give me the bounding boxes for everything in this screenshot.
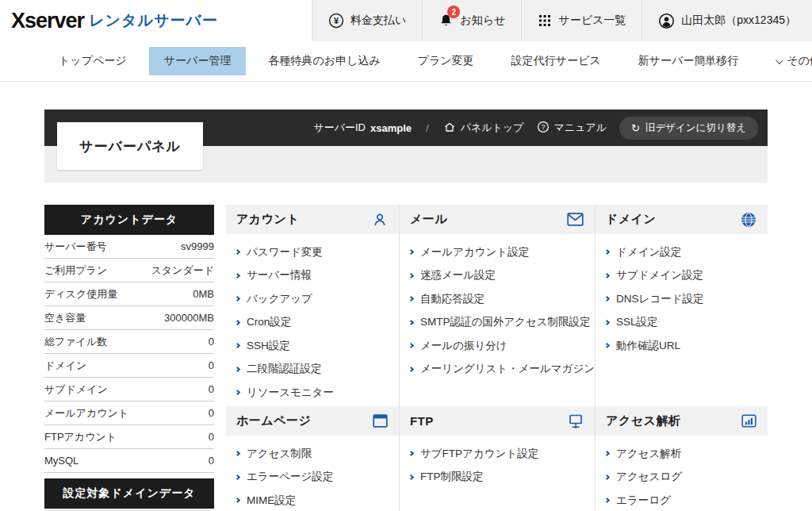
section-link[interactable]: メーリングリスト・メールマガジン <box>409 358 595 382</box>
section-link[interactable]: SMTP認証の国外アクセス制限設定 <box>409 311 595 335</box>
section-link[interactable]: アクセス解析 <box>605 442 768 466</box>
nav-label: その他の機能 <box>787 54 812 68</box>
chevron-right-icon <box>604 498 610 503</box>
account-data-value: 0 <box>209 431 214 443</box>
bell-icon: 2 <box>439 13 454 29</box>
account-data-row: FTPアカウント 0 <box>44 425 214 449</box>
section-link[interactable]: 自動応答設定 <box>409 287 595 311</box>
chevron-right-icon <box>408 343 414 348</box>
section-link[interactable]: アクセスログ <box>605 466 768 490</box>
account-data-label: ディスク使用量 <box>44 287 117 302</box>
section-link[interactable]: SSH設定 <box>236 334 399 358</box>
section-link-label: サブFTPアカウント設定 <box>420 447 538 461</box>
section-link-label: アクセス制限 <box>247 447 312 461</box>
section-title: メール <box>410 212 447 227</box>
account-data-value: 0 <box>209 383 214 395</box>
chevron-right-icon <box>408 367 414 372</box>
section-link-label: 動作確認URL <box>616 339 680 353</box>
section-links: メールアカウント設定 迷惑メール設定 自動応答設定 SMTP認証 <box>400 234 595 406</box>
section-link-label: SMTP認証の国外アクセス制限設定 <box>420 315 591 329</box>
section-link[interactable]: エラーページ設定 <box>236 466 399 490</box>
account-data-label: 空き容量 <box>44 311 86 325</box>
section-links: アクセス解析 アクセスログ エラーログ <box>596 436 768 511</box>
nav-label: トップページ <box>59 54 127 68</box>
yen-circle-icon: ¥ <box>328 13 344 29</box>
section-link[interactable]: サブドメイン設定 <box>605 264 768 288</box>
section-ftp: FTP サブFTPアカウント設定 FTP制限設定 <box>399 406 595 511</box>
account-data-row: ご利用プラン スタンダード <box>44 259 214 282</box>
account-data-value: 0 <box>209 455 214 467</box>
section-link[interactable]: ドメイン設定 <box>605 240 768 264</box>
globe-icon <box>741 212 756 228</box>
section-link-label: バックアップ <box>247 292 312 306</box>
section-link[interactable]: バックアップ <box>236 287 399 311</box>
grid-icon <box>538 13 552 28</box>
section-link[interactable]: Cron設定 <box>236 311 399 335</box>
switch-old-design-button[interactable]: ↻ 旧デザインに切り替え <box>619 117 758 140</box>
nav-server-migration[interactable]: 新サーバー簡単移行 <box>623 47 754 75</box>
section-link[interactable]: エラーログ <box>605 489 768 511</box>
panel-top-link[interactable]: パネルトップ <box>443 121 524 136</box>
section-link-label: DNSレコード設定 <box>616 292 703 306</box>
nav-server-management[interactable]: サーバー管理 <box>149 47 247 75</box>
service-list-label: サービス一覧 <box>558 13 626 28</box>
nav-label: 設定代行サービス <box>511 54 601 68</box>
section-link[interactable]: 迷惑メール設定 <box>409 264 595 288</box>
nav-label: プラン変更 <box>418 54 474 68</box>
panel-title-box: サーバーパネル <box>57 122 203 170</box>
manual-link[interactable]: ? マニュアル <box>537 121 607 136</box>
section-link[interactable]: パスワード変更 <box>236 240 399 264</box>
chevron-right-icon <box>604 320 610 325</box>
section-link[interactable]: アクセス制限 <box>236 442 399 466</box>
section-link[interactable]: MIME設定 <box>236 489 399 511</box>
section-link-label: 自動応答設定 <box>420 292 485 306</box>
account-data-value: 0MB <box>193 288 214 300</box>
section-link[interactable]: リソースモニター <box>236 381 399 405</box>
notification-badge: 2 <box>447 6 460 18</box>
top-bar: Xserver レンタルサーバー ¥ 料金支払い 2 お知らせ サービス一覧 <box>0 0 812 41</box>
chevron-right-icon <box>235 296 240 302</box>
nav-benefits[interactable]: 各種特典のお申し込み <box>253 47 395 75</box>
section-links: サブFTPアカウント設定 FTP制限設定 <box>400 436 595 511</box>
section-links: パスワード変更 サーバー情報 バックアップ Cron設定 <box>226 234 399 406</box>
user-menu-button[interactable]: 山田太郎（pxx12345） <box>642 0 812 41</box>
payment-button[interactable]: ¥ 料金支払い <box>312 0 422 41</box>
service-list-button[interactable]: サービス一覧 <box>521 0 642 41</box>
section-link[interactable]: メールアカウント設定 <box>409 240 595 264</box>
account-data-row: 総ファイル数 0 <box>44 330 214 354</box>
user-icon <box>658 13 675 29</box>
nav-setup-service[interactable]: 設定代行サービス <box>496 47 616 75</box>
account-data-label: サブドメイン <box>44 382 108 397</box>
section-link[interactable]: FTP制限設定 <box>409 466 595 490</box>
nav-other-features[interactable]: その他の機能 <box>760 47 812 75</box>
section-link[interactable]: サーバー情報 <box>236 264 399 288</box>
nav-plan-change[interactable]: プラン変更 <box>403 47 489 75</box>
section-link-label: リソースモニター <box>247 386 334 400</box>
section-account: アカウント パスワード変更 サーバー情報 <box>226 205 399 406</box>
section-link[interactable]: SSL設定 <box>605 311 768 335</box>
nav-top-page[interactable]: トップページ <box>44 47 142 75</box>
chevron-down-icon <box>776 56 783 64</box>
notifications-button[interactable]: 2 お知らせ <box>422 0 521 41</box>
account-data-label: FTPアカウント <box>44 430 117 444</box>
chevron-right-icon <box>408 273 414 279</box>
section-link-label: アクセスログ <box>616 470 682 484</box>
section-link-label: メールの振り分け <box>420 339 508 353</box>
section-link-label: メールアカウント設定 <box>420 245 529 259</box>
section-link-label: アクセス解析 <box>616 447 681 461</box>
section-link[interactable]: 二段階認証設定 <box>236 358 399 382</box>
question-circle-icon: ? <box>537 121 550 136</box>
section-link-label: 二段階認証設定 <box>247 362 322 376</box>
section-link-label: サーバー情報 <box>247 268 312 282</box>
chevron-right-icon <box>235 273 240 279</box>
section-link[interactable]: DNSレコード設定 <box>605 287 768 311</box>
section-title: アクセス解析 <box>606 413 680 428</box>
logo[interactable]: Xserver レンタルサーバー <box>0 0 312 41</box>
account-data-row: サブドメイン 0 <box>44 378 214 402</box>
section-link[interactable]: 動作確認URL <box>605 334 768 358</box>
chevron-right-icon <box>604 474 610 480</box>
refresh-icon: ↻ <box>631 123 640 133</box>
section-link[interactable]: メールの振り分け <box>409 334 595 358</box>
mail-icon <box>567 213 584 226</box>
section-link[interactable]: サブFTPアカウント設定 <box>409 442 595 466</box>
